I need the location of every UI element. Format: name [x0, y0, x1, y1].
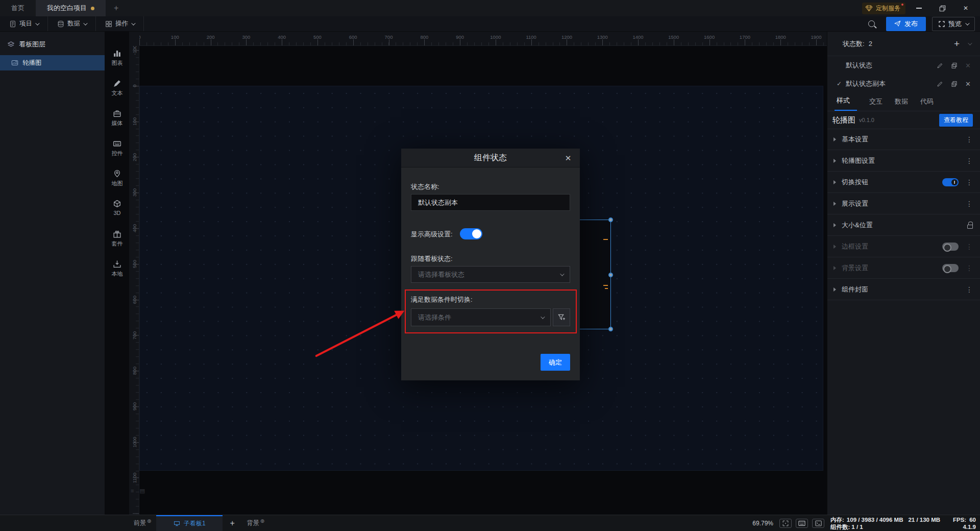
chevron-down-icon — [965, 21, 969, 25]
board-state-select[interactable]: 请选择看板状态 — [411, 266, 570, 283]
menu-data[interactable]: 数据 — [48, 16, 96, 31]
dock-item-local[interactable]: 本地 — [105, 260, 129, 278]
dock-item-3d[interactable]: 3D — [105, 200, 129, 216]
lock-icon[interactable] — [967, 225, 973, 229]
section-toggle-off[interactable] — [942, 243, 959, 251]
advanced-settings-label: 显示高级设置: — [411, 230, 453, 239]
section-carousel-settings[interactable]: 轮播图设置 ⋮ — [827, 150, 980, 172]
section-menu-icon[interactable]: ⋮ — [966, 200, 973, 208]
tab-style[interactable]: 样式 — [835, 96, 857, 111]
background-button[interactable]: 背景 ⊕ — [242, 515, 270, 531]
plus-icon: + — [954, 38, 960, 49]
states-header: 状态数: 2 + — [827, 32, 980, 56]
minimize-button[interactable] — [909, 1, 929, 15]
dock-item-widgets[interactable]: 控件 — [105, 139, 129, 157]
advanced-settings-toggle[interactable] — [460, 228, 482, 239]
dock-item-charts[interactable]: 图表 — [105, 49, 129, 67]
database-icon — [57, 20, 64, 28]
component-state-modal: 组件状态 ✕ 状态名称: 显示高级设置: 跟随看板状态: 请选择看板状态 满足数… — [401, 149, 580, 380]
dock-item-label: 套件 — [112, 240, 123, 248]
custom-service-button[interactable]: 定制服务 — [862, 3, 905, 14]
layer-panel-title: 看板图层 — [19, 40, 45, 49]
close-window-button[interactable]: ✕ — [955, 1, 976, 15]
layer-item-label: 轮播图 — [22, 59, 42, 67]
check-icon: ✓ — [837, 80, 846, 87]
new-tab-plus-icon: + — [114, 4, 118, 13]
publish-button[interactable]: 发布 — [886, 17, 926, 31]
settings-sections: 基本设置 ⋮ 轮播图设置 ⋮ 切换按钮 ⋮ 展示设置 ⋮ 大小&位置 — [827, 129, 980, 300]
subboard-tab[interactable]: 子看板1 — [156, 515, 223, 531]
circle-plus-icon[interactable]: ⊕ — [147, 518, 151, 524]
resize-handle-ne[interactable] — [608, 218, 613, 222]
ruler-tick-label: 800 — [132, 367, 137, 375]
delete-state-icon[interactable]: ✕ — [965, 80, 971, 88]
tab-home[interactable]: 首页 — [0, 0, 36, 16]
menu-project[interactable]: 项目 — [0, 16, 48, 31]
dock-item-kit[interactable]: 套件 — [105, 230, 129, 248]
section-toggle-on[interactable] — [942, 178, 959, 186]
dock-item-map[interactable]: 地图 — [105, 170, 129, 187]
tab-data[interactable]: 数据 — [895, 97, 908, 111]
section-menu-icon[interactable]: ⋮ — [966, 243, 973, 251]
menubar: 项目 数据 操作 发布 预览 — [0, 16, 980, 32]
tab-project[interactable]: 我的空白项目 — [36, 0, 106, 16]
section-background-settings[interactable]: 背景设置 ⋮ — [827, 257, 980, 279]
modal-close-button[interactable]: ✕ — [562, 153, 574, 164]
collapse-states-icon[interactable] — [968, 41, 972, 45]
state-row-default-copy[interactable]: ✓ 默认状态副本 ✕ — [827, 75, 980, 93]
resize-handle-se[interactable] — [608, 327, 613, 331]
section-toggle-off[interactable] — [942, 264, 959, 272]
add-state-button[interactable]: + — [954, 38, 960, 50]
state-name-input[interactable] — [411, 194, 570, 211]
menu-actions[interactable]: 操作 — [96, 16, 144, 31]
edit-icon[interactable] — [937, 81, 943, 87]
cube-icon — [113, 200, 121, 208]
section-border-settings[interactable]: 边框设置 ⋮ — [827, 236, 980, 257]
section-menu-icon[interactable]: ⋮ — [966, 285, 973, 294]
foreground-button[interactable]: 前景 ⊕ — [129, 515, 156, 531]
circle-plus-icon[interactable]: ⊕ — [260, 518, 264, 524]
tutorial-button[interactable]: 查看教程 — [939, 114, 973, 127]
dock-item-text[interactable]: 文本 — [105, 79, 129, 97]
preview-button[interactable]: 预览 — [932, 17, 975, 31]
section-menu-icon[interactable]: ⋮ — [966, 157, 973, 165]
titlebar-right: 定制服务 ✕ — [862, 0, 980, 16]
section-label: 边框设置 — [842, 242, 868, 251]
ruler-tick-label: 600 — [132, 296, 137, 304]
search-icon[interactable] — [868, 20, 875, 27]
board-state-placeholder: 请选择看板状态 — [418, 270, 464, 279]
ruler-tick-label: 200 — [132, 153, 137, 161]
new-tab-button[interactable]: + — [106, 0, 127, 16]
shortcut-keys-button[interactable] — [796, 519, 808, 528]
layer-item-carousel[interactable]: 轮播图 — [0, 55, 105, 70]
ruler-tick-label: 1100 — [132, 472, 137, 482]
ruler-tick-label: 800 — [420, 34, 428, 40]
dock-item-media[interactable]: 媒体 — [105, 109, 129, 127]
ruler-tick-label: 900 — [132, 402, 137, 411]
edit-icon[interactable] — [937, 62, 943, 69]
fit-screen-button[interactable] — [779, 519, 792, 528]
ruler-tick-label: 400 — [278, 34, 286, 40]
ruler-tick-label: 100 — [171, 34, 179, 40]
console-button[interactable] — [812, 519, 824, 528]
section-size-position[interactable]: 大小&位置 — [827, 214, 980, 236]
section-basic-settings[interactable]: 基本设置 ⋮ — [827, 129, 980, 150]
section-menu-icon[interactable]: ⋮ — [966, 178, 973, 186]
ruler-tick-label: 1700 — [740, 34, 750, 40]
section-display-settings[interactable]: 展示设置 ⋮ — [827, 193, 980, 214]
add-board-button[interactable]: + — [223, 519, 241, 528]
confirm-button[interactable]: 确定 — [541, 354, 570, 371]
section-menu-icon[interactable]: ⋮ — [966, 264, 973, 272]
restore-button[interactable] — [932, 1, 952, 15]
section-menu-icon[interactable]: ⋮ — [966, 135, 973, 143]
section-switch-button[interactable]: 切换按钮 ⋮ — [827, 172, 980, 193]
resize-handle-e[interactable] — [608, 273, 613, 277]
delete-state-icon[interactable]: ✕ — [965, 62, 971, 69]
tab-interaction[interactable]: 交互 — [869, 97, 883, 111]
tab-code[interactable]: 代码 — [920, 97, 934, 111]
section-component-cover[interactable]: 组件封面 ⋮ — [827, 279, 980, 300]
copy-icon[interactable] — [951, 81, 958, 87]
copy-icon[interactable] — [951, 62, 958, 69]
zoom-level[interactable]: 69.79% — [752, 520, 773, 527]
state-row-default[interactable]: 默认状态 ✕ — [827, 56, 980, 75]
